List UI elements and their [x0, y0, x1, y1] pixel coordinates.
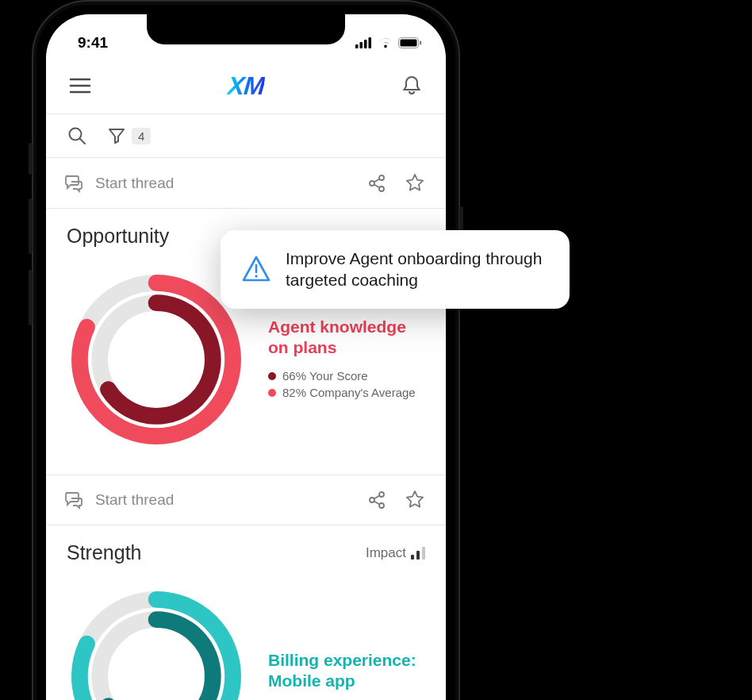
filter-icon — [108, 127, 125, 144]
svg-rect-1 — [360, 42, 363, 48]
start-thread-row: Start thread — [46, 475, 446, 525]
svg-line-22 — [374, 496, 380, 499]
legend-company-avg: 82% Company's Average — [268, 386, 416, 399]
alert-icon — [241, 255, 271, 283]
phone-side-button — [29, 270, 33, 325]
notifications-button[interactable] — [398, 72, 425, 99]
filter-count-badge: 4 — [132, 128, 151, 144]
svg-line-11 — [80, 139, 85, 144]
svg-line-23 — [374, 502, 380, 505]
insight-callout[interactable]: Improve Agent onboarding through targete… — [221, 230, 570, 309]
callout-text: Improve Agent onboarding through targete… — [286, 248, 549, 291]
impact-bars-icon — [411, 547, 425, 560]
section-title-strength: Strength — [67, 541, 142, 564]
section-title-opportunity: Opportunity — [67, 225, 169, 248]
cellular-icon — [355, 37, 373, 48]
phone-notch — [147, 14, 345, 44]
favorite-button[interactable] — [401, 170, 428, 197]
svg-point-21 — [379, 503, 384, 508]
svg-point-20 — [370, 498, 374, 502]
svg-rect-2 — [364, 40, 367, 48]
status-time: 9:41 — [78, 34, 108, 52]
svg-rect-26 — [422, 547, 425, 560]
svg-rect-3 — [369, 37, 372, 48]
metric-title: Agent knowledge on plans — [268, 317, 416, 359]
share-icon — [367, 174, 386, 193]
svg-point-12 — [379, 175, 384, 180]
svg-point-13 — [370, 181, 374, 186]
svg-point-30 — [255, 275, 257, 278]
svg-point-19 — [379, 492, 384, 497]
bell-icon — [401, 75, 422, 97]
metric-info: Billing experience: Mobile app — [268, 650, 416, 700]
search-icon — [67, 126, 86, 145]
svg-line-15 — [374, 179, 380, 182]
strength-donut-chart — [65, 585, 247, 700]
impact-indicator: Impact — [366, 545, 425, 561]
battery-icon — [398, 37, 422, 48]
phone-frame: 9:41 XM — [32, 0, 460, 700]
metric-title: Billing experience: Mobile app — [268, 650, 416, 692]
app-header: XM — [46, 58, 446, 113]
favorite-button[interactable] — [401, 487, 428, 513]
star-icon — [405, 173, 425, 194]
legend-your-score: 66% Your Score — [268, 369, 416, 383]
phone-side-button — [29, 143, 33, 175]
start-thread-label[interactable]: Start thread — [95, 175, 174, 192]
start-thread-row: Start thread — [46, 158, 446, 209]
share-button[interactable] — [363, 487, 390, 513]
svg-rect-0 — [355, 44, 359, 48]
svg-point-14 — [379, 187, 384, 191]
svg-rect-5 — [401, 39, 417, 46]
search-button[interactable] — [63, 122, 90, 149]
svg-point-10 — [70, 129, 82, 140]
app-logo: XM — [226, 71, 265, 101]
share-icon — [367, 490, 386, 510]
menu-button[interactable] — [67, 72, 94, 99]
phone-side-button — [29, 198, 33, 254]
share-button[interactable] — [363, 170, 390, 197]
svg-line-16 — [374, 184, 380, 187]
wifi-icon — [378, 37, 393, 48]
hamburger-icon — [69, 78, 91, 94]
metric-info: Agent knowledge on plans 66% Your Score … — [268, 317, 416, 403]
phone-screen: 9:41 XM — [46, 14, 446, 700]
thread-icon — [63, 490, 84, 510]
strength-section: Strength Impact Billing — [46, 525, 446, 700]
thread-icon — [63, 174, 84, 193]
star-icon — [405, 490, 425, 510]
svg-rect-6 — [420, 40, 421, 44]
filter-button[interactable]: 4 — [108, 127, 151, 144]
svg-rect-25 — [416, 551, 420, 560]
svg-rect-24 — [411, 555, 414, 560]
start-thread-label[interactable]: Start thread — [95, 491, 174, 509]
toolbar: 4 — [46, 113, 446, 158]
